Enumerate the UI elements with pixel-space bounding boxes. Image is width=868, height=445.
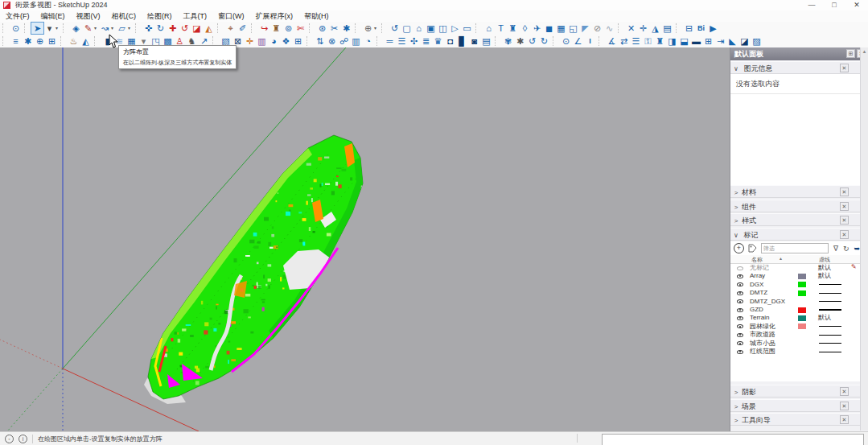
tag-name[interactable]: 园林绿化 (750, 323, 775, 331)
tag-name[interactable]: 无标记 (750, 264, 769, 272)
section-top-1[interactable]: >组件✕ (730, 200, 860, 212)
tag-color-swatch[interactable] (798, 299, 806, 304)
component-icon[interactable]: ♜ (507, 23, 519, 34)
tower-icon[interactable]: ♜ (654, 35, 666, 47)
explode-icon[interactable]: ✱ (340, 23, 352, 34)
grid-icon[interactable]: ▦ (555, 23, 567, 34)
geolocation-icon[interactable]: ◦ (5, 435, 14, 443)
tag-dash-style[interactable] (819, 352, 841, 352)
stripes-icon[interactable]: ▥ (350, 35, 362, 47)
rows-icon[interactable]: ≣ (420, 35, 432, 47)
offset-tool-icon[interactable]: ◪ (191, 23, 203, 34)
section-entity-info[interactable]: ∨ 图元信息 ✕ (730, 61, 860, 74)
maximize-button[interactable]: □ (823, 0, 845, 10)
info-icon[interactable]: i (19, 435, 27, 443)
target-icon[interactable]: ◙ (468, 35, 480, 47)
weld-icon[interactable]: ⊗ (326, 35, 338, 47)
tag-dash-style[interactable] (819, 326, 841, 327)
rectangle-tool-icon-dropdown[interactable]: ▾ (128, 23, 133, 34)
pie-icon[interactable]: ◕ (268, 35, 280, 47)
section-bottom-0[interactable]: >阴影✕ (730, 385, 860, 398)
tag-name[interactable]: Array (750, 272, 765, 280)
tag-dash-style[interactable] (819, 284, 841, 285)
minimize-button[interactable]: — (800, 0, 823, 10)
section-close-icon[interactable]: ✕ (840, 202, 849, 211)
soften-icon[interactable]: ⊛ (316, 23, 328, 34)
dark-bar-icon[interactable]: ▬ (690, 35, 702, 47)
tag-row-红线范围[interactable]: 红线范围 (730, 348, 860, 356)
swap-icon[interactable]: ⇅ (314, 35, 326, 47)
visibility-eye-icon[interactable] (737, 316, 743, 320)
section-close-icon[interactable]: ✕ (840, 230, 849, 239)
sheet-icon[interactable]: ▤ (480, 35, 492, 47)
clock-icon[interactable]: ◔ (362, 35, 374, 47)
select-tool-icon[interactable]: ➤ (31, 23, 43, 34)
tag-dash-style[interactable]: 默认 (818, 264, 831, 272)
bar-icon[interactable]: ▊ (456, 35, 468, 47)
lookaround-icon[interactable]: ⊚ (282, 23, 294, 34)
tag-name[interactable]: 城市小品 (750, 340, 775, 348)
column-dashes-label[interactable]: 虚线 (819, 256, 830, 264)
magnifier-icon[interactable]: ⊙ (560, 35, 572, 47)
tag-name[interactable]: DMTZ (750, 289, 767, 297)
tag-search-input[interactable] (761, 243, 829, 253)
close-button[interactable]: ✕ (845, 0, 868, 10)
layers-icon[interactable]: ▤ (661, 23, 673, 34)
scale-tool-icon[interactable]: ✚ (167, 23, 179, 34)
plan-icon[interactable]: ◱ (567, 23, 579, 34)
visibility-eye-icon[interactable] (737, 324, 743, 328)
hide-icon[interactable]: ⊘ (591, 23, 603, 34)
measurements-input[interactable] (602, 434, 864, 445)
face-style-icon[interactable]: ◼ (543, 23, 555, 34)
exchange-icon[interactable]: ⇄ (618, 35, 630, 47)
menu-item-5[interactable]: 工具(T) (178, 10, 213, 22)
undo-view-icon[interactable]: ↺ (389, 23, 401, 34)
purple-grid-icon[interactable]: ▥ (256, 35, 268, 47)
filter-icon[interactable]: ∇ (833, 245, 838, 253)
tag-name[interactable]: DGX (750, 281, 763, 289)
section-close-icon[interactable]: ✕ (840, 415, 849, 424)
tag-row-Terrain[interactable]: Terrain默认 (730, 314, 860, 322)
star-icon[interactable]: ✣ (408, 35, 420, 47)
visibility-eye-icon[interactable] (737, 350, 743, 354)
pushpull-tool-icon[interactable]: ◭ (203, 23, 215, 34)
tag-dash-style[interactable] (819, 301, 841, 302)
visibility-eye-icon[interactable] (737, 308, 743, 312)
flower-icon[interactable]: ✾ (502, 35, 514, 47)
link-icon[interactable]: ☍ (338, 35, 350, 47)
curve-icon[interactable]: ∿ (603, 23, 615, 34)
tags-column-header[interactable]: 名称 ▲ 虚线 (730, 255, 860, 264)
eraser-icon[interactable]: ◈ (70, 23, 82, 34)
rotate-tool-icon[interactable]: ↻ (154, 23, 167, 34)
section-close-icon[interactable]: ✕ (840, 64, 849, 72)
tag-color-swatch[interactable] (798, 315, 806, 321)
menu-item-2[interactable]: 视图(V) (71, 10, 106, 22)
tag-row-DMTZ[interactable]: DMTZ (730, 289, 860, 297)
tag-row-Array[interactable]: Array默认 (730, 272, 860, 280)
tag-dash-style[interactable]: 默认 (818, 314, 831, 322)
ibeam-icon[interactable]: I (584, 35, 596, 47)
stack-icon[interactable]: ☰ (396, 35, 408, 47)
section-cut-icon[interactable]: ✄ (294, 23, 306, 34)
minimize-panel-icon[interactable]: ⊟ (683, 23, 695, 34)
section-close-icon[interactable]: ✕ (840, 387, 849, 396)
visibility-eye-icon[interactable] (737, 299, 743, 303)
lock-icon[interactable]: ⚿ (642, 35, 654, 47)
visibility-eye-icon[interactable] (737, 341, 743, 345)
visibility-eye-icon[interactable] (737, 274, 743, 278)
ramp-icon[interactable]: ◣ (726, 35, 738, 47)
scroll-up-icon[interactable]: ▲ (861, 47, 868, 56)
half-icon[interactable]: ◨ (666, 35, 678, 47)
tag-color-swatch[interactable] (798, 323, 806, 329)
menu-item-6[interactable]: 窗口(W) (212, 10, 250, 22)
cross-orange-icon[interactable]: ✛ (244, 35, 256, 47)
tag-details-icon[interactable]: ➥ (854, 245, 860, 253)
redo-icon[interactable]: ↻ (538, 35, 550, 47)
panel-scrollbar[interactable]: ▲ (860, 47, 868, 431)
list-icon[interactable]: ≡ (10, 35, 22, 47)
close-group-icon[interactable]: ✕ (625, 23, 637, 34)
tag-row-园林绿化[interactable]: 园林绿化 (730, 323, 860, 331)
add-location-icon-dropdown[interactable]: ▾ (374, 23, 379, 34)
diamond-icon[interactable]: ❖ (280, 35, 292, 47)
side-view-icon[interactable]: ◫ (437, 23, 449, 34)
